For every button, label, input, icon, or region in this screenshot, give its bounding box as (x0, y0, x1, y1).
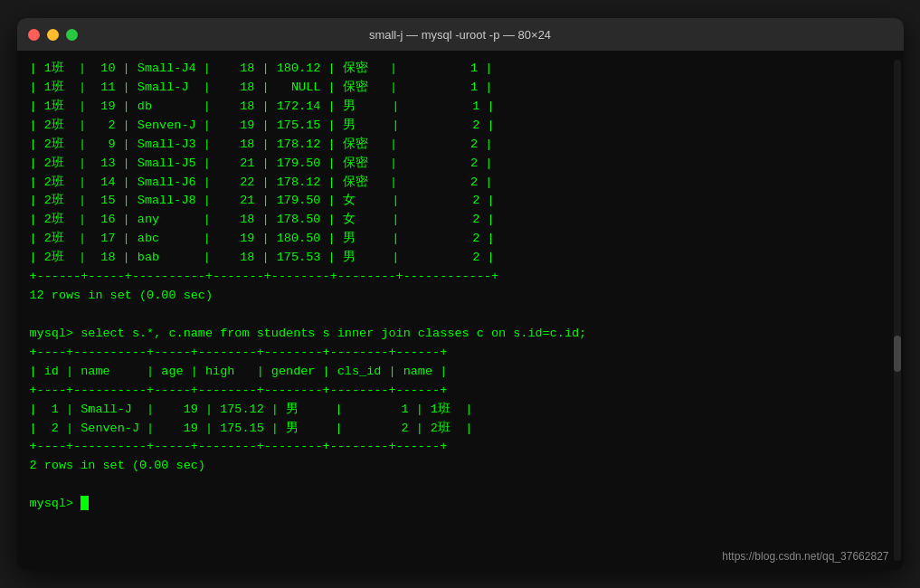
scrollbar-thumb[interactable] (894, 336, 901, 372)
scrollbar[interactable] (894, 60, 901, 561)
terminal-body[interactable]: | 1班 | 10 | Small-J4 | 18 | 180.12 | 保密 … (17, 51, 904, 570)
window-title: small-j — mysql -uroot -p — 80×24 (369, 28, 551, 42)
titlebar: small-j — mysql -uroot -p — 80×24 (17, 18, 904, 51)
watermark: https://blog.csdn.net/qq_37662827 (722, 550, 888, 563)
terminal-cursor (81, 496, 89, 510)
terminal-content: | 1班 | 10 | Small-J4 | 18 | 180.12 | 保密 … (30, 60, 891, 514)
minimize-button[interactable] (47, 29, 59, 41)
close-button[interactable] (28, 29, 40, 41)
terminal-window: small-j — mysql -uroot -p — 80×24 | 1班 |… (17, 18, 904, 570)
maximize-button[interactable] (66, 29, 78, 41)
traffic-lights (28, 29, 78, 41)
